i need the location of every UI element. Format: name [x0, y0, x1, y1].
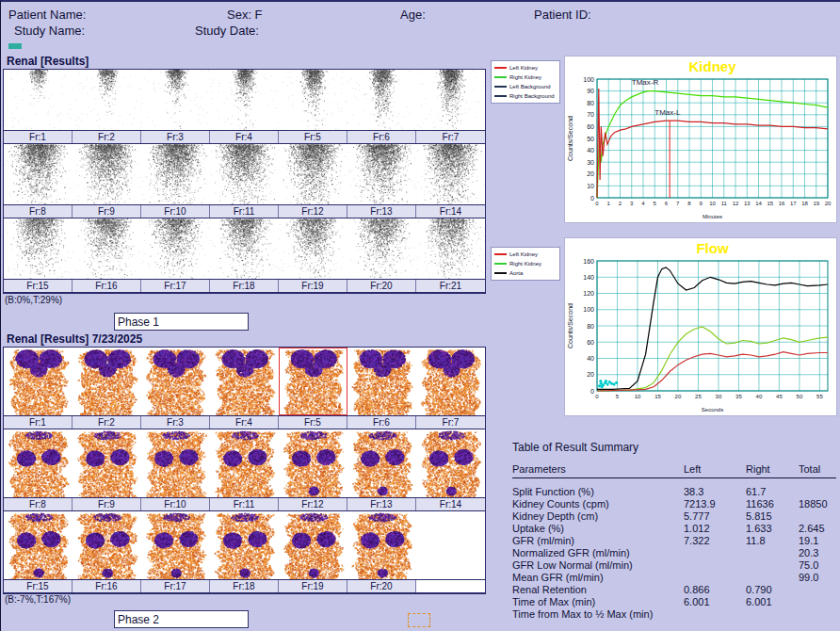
frame-image[interactable] [73, 218, 141, 279]
scintigram-frame [347, 348, 416, 415]
svg-text:25: 25 [695, 394, 702, 399]
frame-image[interactable] [4, 511, 73, 579]
scintigram-frame [141, 511, 210, 579]
frame-image[interactable] [73, 144, 141, 204]
frame-image[interactable] [141, 348, 210, 415]
frame-image[interactable] [347, 511, 416, 579]
table-cell [746, 559, 799, 572]
phase2-caption-input[interactable] [114, 610, 249, 628]
renal-results-window: Patient Name: Sex: F Age: Patient ID: St… [0, 0, 840, 631]
frame-image[interactable] [347, 218, 416, 279]
frame-image[interactable] [141, 144, 210, 204]
frame-image[interactable] [73, 511, 141, 579]
scintigram-frame [4, 511, 73, 579]
svg-text:2: 2 [619, 201, 622, 206]
table-cell: 75.0 [799, 559, 836, 572]
frame-image[interactable] [279, 144, 347, 204]
frame-image[interactable] [141, 70, 210, 130]
scintigram-frame [141, 144, 210, 204]
frame-image[interactable] [279, 348, 347, 415]
svg-text:TMax-R: TMax-R [632, 78, 659, 87]
frame-image[interactable] [210, 144, 279, 204]
svg-text:5: 5 [616, 394, 620, 399]
frame-image[interactable] [210, 70, 279, 130]
frame-label: Fr:13 [347, 205, 416, 218]
legend-item: Aorta [493, 269, 557, 277]
frame-image[interactable] [4, 429, 73, 497]
scintigram-frame [4, 348, 73, 415]
frame-image[interactable] [210, 429, 279, 497]
frame-image[interactable] [141, 218, 210, 279]
table-cell [746, 547, 799, 559]
svg-text:0: 0 [595, 201, 599, 206]
age-label: Age: [400, 8, 426, 22]
frame-image[interactable] [141, 429, 210, 497]
table-cell: 0.866 [684, 584, 746, 596]
table-cell [799, 510, 836, 523]
table-cell: 0.790 [746, 584, 799, 596]
patient-name-label: Patient Name: [8, 8, 86, 22]
frame-image[interactable] [347, 348, 416, 415]
svg-text:30: 30 [716, 394, 722, 399]
result-table-header: ParametersLeftRightTotal [512, 461, 836, 478]
frame-image[interactable] [210, 218, 279, 279]
frame-image[interactable] [347, 70, 416, 130]
frame-image[interactable] [347, 144, 416, 204]
legend-swatch [494, 272, 507, 274]
table-header-row: ParametersLeftRightTotal [512, 461, 836, 478]
selection-marquee [408, 613, 430, 627]
frame-image[interactable] [73, 70, 141, 130]
kidney-chart-svg: Kidney0123456789101112131415161718192001… [565, 57, 836, 222]
table-cell: 5.777 [684, 510, 746, 523]
frame-image[interactable] [73, 348, 141, 415]
frame-label: Fr:5 [279, 416, 347, 429]
svg-text:80: 80 [587, 100, 594, 106]
phase1-caption-input[interactable] [114, 313, 249, 331]
frame-image[interactable] [279, 218, 347, 279]
table-column-header: Parameters [512, 461, 684, 478]
svg-text:TMax-L: TMax-L [654, 108, 681, 117]
frame-image[interactable] [73, 429, 141, 497]
frame-image[interactable] [4, 144, 73, 204]
legend-label: Left Background [509, 84, 551, 89]
frame-image[interactable] [141, 511, 210, 579]
frame-image[interactable] [279, 70, 347, 130]
svg-text:80: 80 [587, 323, 594, 330]
svg-text:16: 16 [779, 201, 785, 206]
frame-image[interactable] [279, 429, 347, 497]
frame-label: Fr:12 [279, 498, 347, 510]
scintigram-frame [279, 511, 347, 579]
legend-item: Right Kidney [493, 73, 557, 81]
frame-label: Fr:9 [73, 498, 141, 510]
table-cell: 1.633 [746, 523, 799, 535]
frame-image[interactable] [416, 144, 485, 204]
frame-image[interactable] [279, 511, 347, 579]
svg-text:3: 3 [630, 201, 634, 206]
frame-label: Fr:1 [4, 131, 73, 143]
frame-image[interactable] [210, 511, 279, 579]
svg-text:Counts/Second: Counts/Second [567, 303, 573, 348]
frame-image [416, 511, 485, 579]
frame-image[interactable] [4, 348, 73, 415]
frame-label: Fr:14 [416, 205, 485, 218]
scintigram-frame [279, 70, 347, 130]
svg-text:40: 40 [587, 147, 594, 154]
scintigram-frame [210, 348, 279, 415]
frame-image[interactable] [210, 348, 279, 415]
frame-image[interactable] [4, 70, 73, 130]
result-table-body: Split Function (%)38.361.7Kidney Counts … [512, 478, 836, 622]
frame-image[interactable] [4, 218, 73, 279]
scintigram-frame [73, 511, 141, 579]
scintigram-frame [4, 70, 73, 130]
frame-image[interactable] [347, 429, 416, 497]
frame-image[interactable] [416, 429, 485, 497]
svg-text:30: 30 [587, 159, 594, 166]
scintigram-frame [73, 348, 141, 415]
frame-image[interactable] [416, 70, 485, 130]
table-column-header: Left [684, 461, 746, 478]
frame-label: Fr:5 [279, 131, 347, 143]
scintigram-frame [416, 429, 485, 497]
table-cell [684, 572, 746, 584]
frame-image[interactable] [416, 348, 485, 415]
frame-image[interactable] [416, 218, 485, 279]
